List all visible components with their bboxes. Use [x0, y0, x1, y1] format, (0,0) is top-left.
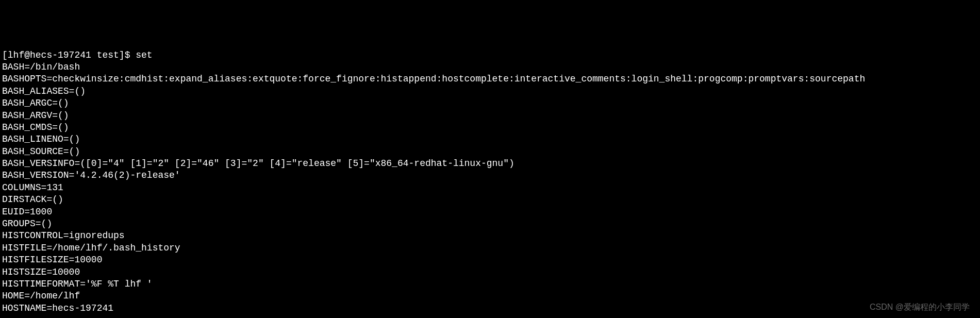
output-line: DIRSTACK=() [2, 194, 978, 206]
command-line: [lhf@hecs-197241 test]$ set [2, 49, 978, 61]
output-line: EUID=1000 [2, 206, 978, 218]
output-line: BASH_SOURCE=() [2, 146, 978, 158]
output-line: BASH=/bin/bash [2, 61, 978, 73]
output-line: BASH_ARGV=() [2, 110, 978, 122]
output-line: COLUMNS=131 [2, 182, 978, 194]
output-line: HOME=/home/lhf [2, 290, 978, 302]
output-line: HISTTIMEFORMAT='%F %T lhf ' [2, 278, 978, 290]
command-text: set [136, 50, 152, 60]
shell-prompt: [lhf@hecs-197241 test]$ [2, 50, 136, 60]
output-line: GROUPS=() [2, 218, 978, 230]
output-line: BASH_LINENO=() [2, 133, 978, 145]
watermark-text: CSDN @爱编程的小李同学 [870, 302, 970, 313]
output-line: BASH_ARGC=() [2, 97, 978, 109]
output-line: BASH_VERSINFO=([0]="4" [1]="2" [2]="46" … [2, 158, 978, 170]
output-line: HISTSIZE=10000 [2, 266, 978, 278]
terminal-output[interactable]: [lhf@hecs-197241 test]$ setBASH=/bin/bas… [2, 49, 978, 315]
output-line: BASH_ALIASES=() [2, 86, 978, 97]
output-line: BASH_CMDS=() [2, 122, 978, 133]
output-line: HOSTNAME=hecs-197241 [2, 303, 978, 314]
output-line: BASH_VERSION='4.2.46(2)-release' [2, 170, 978, 181]
output-line: BASHOPTS=checkwinsize:cmdhist:expand_ali… [2, 73, 978, 85]
output-line: HISTCONTROL=ignoredups [2, 230, 978, 242]
output-line: HISTFILE=/home/lhf/.bash_history [2, 242, 978, 254]
output-line: HISTFILESIZE=10000 [2, 254, 978, 266]
